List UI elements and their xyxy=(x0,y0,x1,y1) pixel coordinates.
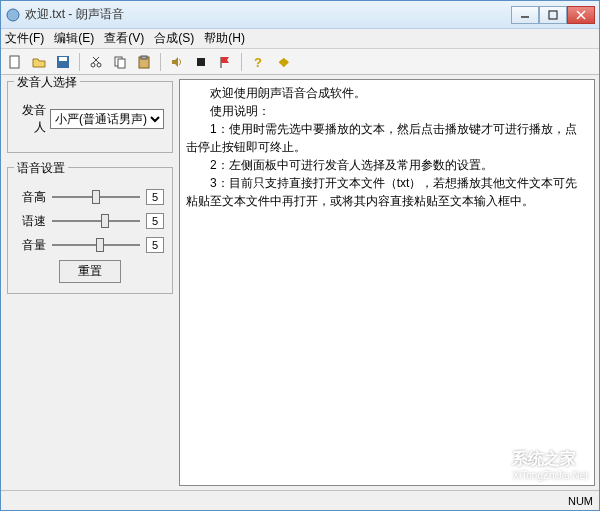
maximize-button[interactable] xyxy=(539,6,567,24)
minimize-button[interactable] xyxy=(511,6,539,24)
voice-selection-group: 发音人选择 发音人 小严(普通话男声) xyxy=(7,81,173,153)
reset-button[interactable]: 重置 xyxy=(59,260,121,283)
menu-view[interactable]: 查看(V) xyxy=(104,30,144,47)
pitch-slider[interactable] xyxy=(52,188,140,206)
svg-rect-13 xyxy=(118,59,125,68)
svg-text:?: ? xyxy=(254,55,262,69)
svg-point-9 xyxy=(97,63,101,67)
save-icon[interactable] xyxy=(53,52,73,72)
pitch-value: 5 xyxy=(146,189,164,205)
volume-label: 音量 xyxy=(16,237,46,254)
speed-label: 语速 xyxy=(16,213,46,230)
toolbar-separator xyxy=(241,53,242,71)
window-title: 欢迎.txt - 朗声语音 xyxy=(25,6,511,23)
title-bar: 欢迎.txt - 朗声语音 xyxy=(1,1,599,29)
svg-rect-5 xyxy=(10,56,19,68)
menu-bar: 文件(F) 编辑(E) 查看(V) 合成(S) 帮助(H) xyxy=(1,29,599,49)
app-window: 欢迎.txt - 朗声语音 文件(F) 编辑(E) 查看(V) 合成(S) 帮助… xyxy=(0,0,600,511)
voice-group-legend: 发音人选择 xyxy=(14,75,80,91)
help-icon[interactable]: ? xyxy=(248,52,268,72)
svg-point-0 xyxy=(7,9,19,21)
content-area: 发音人选择 发音人 小严(普通话男声) 语音设置 音高 5 xyxy=(1,75,599,490)
stop-icon[interactable] xyxy=(191,52,211,72)
menu-file[interactable]: 文件(F) xyxy=(5,30,44,47)
menu-edit[interactable]: 编辑(E) xyxy=(54,30,94,47)
app-icon xyxy=(5,7,21,23)
svg-rect-7 xyxy=(59,57,67,61)
voice-label: 发音人 xyxy=(16,102,46,136)
svg-rect-16 xyxy=(197,58,205,66)
toolbar-separator xyxy=(160,53,161,71)
audio-group-legend: 语音设置 xyxy=(14,160,68,177)
text-editor[interactable]: 欢迎使用朗声语音合成软件。 使用说明： 1：使用时需先选中要播放的文本，然后点击… xyxy=(179,79,595,486)
cut-icon[interactable] xyxy=(86,52,106,72)
flag-icon[interactable] xyxy=(215,52,235,72)
voice-select[interactable]: 小严(普通话男声) xyxy=(50,109,164,129)
speed-slider[interactable] xyxy=(52,212,140,230)
volume-value: 5 xyxy=(146,237,164,253)
copy-icon[interactable] xyxy=(110,52,130,72)
svg-rect-15 xyxy=(141,56,147,59)
audio-settings-group: 语音设置 音高 5 语速 5 xyxy=(7,167,173,294)
menu-synth[interactable]: 合成(S) xyxy=(154,30,194,47)
open-folder-icon[interactable] xyxy=(29,52,49,72)
window-buttons xyxy=(511,6,595,24)
toolbar-separator xyxy=(79,53,80,71)
svg-point-8 xyxy=(91,63,95,67)
menu-help[interactable]: 帮助(H) xyxy=(204,30,245,47)
close-button[interactable] xyxy=(567,6,595,24)
status-num: NUM xyxy=(568,495,593,507)
about-icon[interactable]: ❖ xyxy=(272,52,292,72)
paste-icon[interactable] xyxy=(134,52,154,72)
play-sound-icon[interactable] xyxy=(167,52,187,72)
svg-rect-2 xyxy=(549,11,557,19)
sidebar: 发音人选择 发音人 小严(普通话男声) 语音设置 音高 5 xyxy=(1,75,179,490)
status-bar: NUM xyxy=(1,490,599,510)
toolbar: ? ❖ xyxy=(1,49,599,75)
volume-slider[interactable] xyxy=(52,236,140,254)
svg-text:❖: ❖ xyxy=(278,55,289,69)
pitch-label: 音高 xyxy=(16,189,46,206)
speed-value: 5 xyxy=(146,213,164,229)
new-file-icon[interactable] xyxy=(5,52,25,72)
